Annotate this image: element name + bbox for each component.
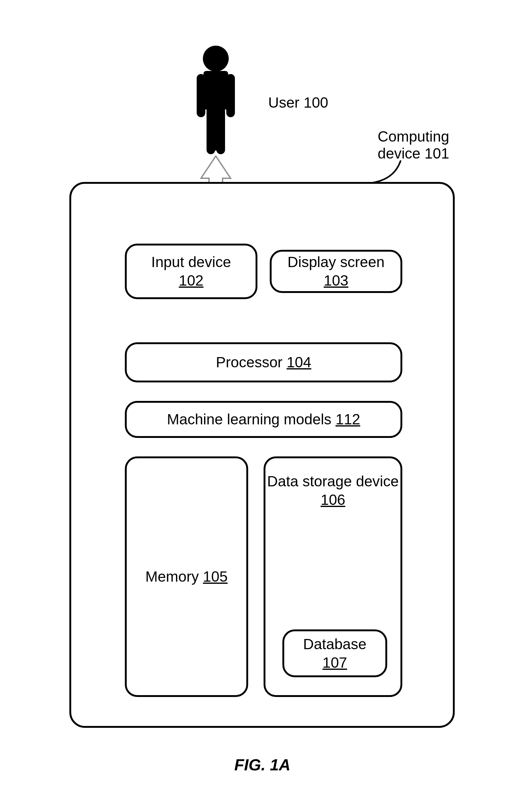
storage-box: Data storage device 106 Database 107 <box>264 456 402 697</box>
diagram-canvas: User 100 Computing device 101 Input devi… <box>0 0 525 812</box>
storage-label: Data storage device 106 <box>266 472 401 509</box>
svg-rect-2 <box>226 74 235 117</box>
svg-rect-3 <box>207 106 215 154</box>
svg-point-0 <box>203 46 229 72</box>
svg-rect-1 <box>197 74 205 117</box>
processor-box: Processor 104 <box>125 342 402 382</box>
figure-caption: FIG. 1A <box>234 756 290 774</box>
database-box: Database 107 <box>282 630 387 677</box>
input-device-box: Input device 102 <box>125 243 257 299</box>
memory-box: Memory 105 <box>125 456 248 697</box>
person-icon <box>185 45 246 159</box>
user-label: User 100 <box>268 94 328 111</box>
svg-rect-5 <box>204 72 227 110</box>
ml-models-box: Machine learning models 112 <box>125 401 402 438</box>
svg-rect-4 <box>216 106 225 154</box>
computing-device-label: Computing device 101 <box>378 128 449 162</box>
callout-line <box>367 160 404 185</box>
display-screen-box: Display screen 103 <box>270 250 402 293</box>
